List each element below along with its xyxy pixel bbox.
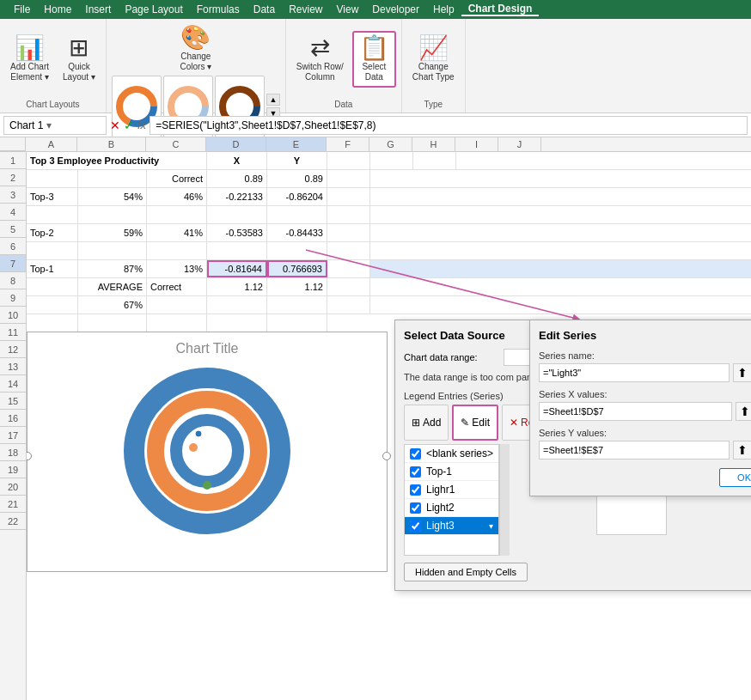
series-name-upload-btn[interactable]: ⬆	[733, 363, 751, 382]
ok-button[interactable]: OK	[719, 468, 751, 487]
cell-g1[interactable]	[370, 152, 413, 169]
series-x-upload-btn[interactable]: ⬆	[736, 402, 751, 421]
cell-a1[interactable]: Top 3 Employee Productivity	[27, 152, 207, 169]
row-header-17[interactable]: 17	[0, 427, 26, 444]
row-header-9[interactable]: 9	[0, 289, 26, 307]
row-header-4[interactable]: 4	[0, 204, 26, 221]
legend-scrollbar[interactable]	[499, 444, 510, 556]
cell-d6[interactable]	[207, 242, 267, 259]
legend-dropdown-icon[interactable]: ▾	[489, 521, 493, 531]
list-item[interactable]: Lighr1	[405, 481, 498, 499]
menu-review[interactable]: Review	[282, 3, 329, 15]
cell-b3[interactable]: 54%	[78, 188, 147, 205]
cell-d9[interactable]	[207, 296, 267, 313]
cell-e1[interactable]: Y	[267, 152, 327, 169]
col-header-e[interactable]: E	[266, 137, 327, 151]
menu-insert[interactable]: Insert	[78, 3, 118, 15]
menu-file[interactable]: File	[7, 3, 37, 15]
row-header-3[interactable]: 3	[0, 186, 26, 204]
cell-f9[interactable]	[327, 296, 370, 313]
cell-c2[interactable]: Correct	[147, 170, 207, 187]
col-header-h[interactable]: H	[412, 137, 455, 151]
series-checkbox-lighr1[interactable]	[410, 484, 421, 496]
series-name-input[interactable]	[539, 363, 730, 382]
cell-d5[interactable]: -0.53583	[207, 224, 267, 241]
menu-data[interactable]: Data	[247, 3, 282, 15]
row-header-15[interactable]: 15	[0, 393, 26, 410]
row-header-11[interactable]: 11	[0, 324, 26, 341]
cell-b8[interactable]: AVERAGE	[78, 278, 147, 295]
menu-help[interactable]: Help	[426, 3, 461, 15]
cell-f5[interactable]	[327, 224, 370, 241]
row-header-21[interactable]: 21	[0, 496, 26, 513]
cell-e5[interactable]: -0.84433	[267, 224, 327, 241]
cell-f4[interactable]	[327, 206, 370, 223]
name-box-dropdown[interactable]: ▾	[46, 119, 52, 131]
cell-e10[interactable]	[267, 314, 327, 332]
cell-d2[interactable]: 0.89	[207, 170, 267, 187]
cell-b2[interactable]	[78, 170, 147, 187]
row-header-18[interactable]: 18	[0, 444, 26, 461]
row-header-16[interactable]: 16	[0, 410, 26, 427]
cell-b7[interactable]: 87%	[78, 260, 147, 277]
series-checkbox-light2[interactable]	[410, 502, 421, 514]
name-box[interactable]: Chart 1 ▾	[3, 116, 107, 135]
cell-f3[interactable]	[327, 188, 370, 205]
formula-confirm-icon[interactable]: ✓	[124, 119, 134, 132]
row-header-5[interactable]: 5	[0, 221, 26, 238]
change-chart-type-button[interactable]: 📈 ChangeChart Type	[407, 33, 460, 86]
change-colors-button[interactable]: 🎨 ChangeColors ▾	[175, 22, 217, 76]
cell-d3[interactable]: -0.22133	[207, 188, 267, 205]
cell-b5[interactable]: 59%	[78, 224, 147, 241]
resize-handle-left[interactable]	[27, 452, 32, 460]
row-header-10[interactable]: 10	[0, 307, 26, 324]
cell-e4[interactable]	[267, 206, 327, 223]
switch-row-col-button[interactable]: ⇄ Switch Row/Column	[291, 33, 349, 86]
cell-d8[interactable]: 1.12	[207, 278, 267, 295]
series-checkbox-light3[interactable]	[410, 520, 421, 532]
cell-d10[interactable]	[207, 314, 267, 332]
add-series-button[interactable]: ⊞ Add	[404, 405, 449, 441]
cell-c5[interactable]: 41%	[147, 224, 207, 241]
cell-a9[interactable]	[27, 296, 78, 313]
col-header-f[interactable]: F	[327, 137, 369, 151]
cell-e6[interactable]	[267, 242, 327, 259]
row-header-13[interactable]: 13	[0, 358, 26, 375]
row-header-22[interactable]: 22	[0, 513, 26, 530]
row-header-20[interactable]: 20	[0, 478, 26, 496]
resize-handle-right[interactable]	[382, 452, 391, 460]
cell-e8[interactable]: 1.12	[267, 278, 327, 295]
row-header-19[interactable]: 19	[0, 461, 26, 478]
select-data-button[interactable]: 📋 SelectData	[352, 31, 396, 88]
formula-input[interactable]	[150, 116, 748, 135]
cell-a2[interactable]	[27, 170, 78, 187]
cell-b10[interactable]	[78, 314, 147, 332]
cell-a5[interactable]: Top-2	[27, 224, 78, 241]
row-header-14[interactable]: 14	[0, 375, 26, 393]
quick-layout-button[interactable]: ⊞ QuickLayout ▾	[58, 33, 101, 86]
row-header-6[interactable]: 6	[0, 238, 26, 255]
menu-formulas[interactable]: Formulas	[190, 3, 247, 15]
list-item[interactable]: <blank series>	[405, 445, 498, 463]
menu-developer[interactable]: Developer	[365, 3, 426, 15]
cell-c7[interactable]: 13%	[147, 260, 207, 277]
cell-h1[interactable]	[413, 152, 456, 169]
cell-b6[interactable]	[78, 242, 147, 259]
cell-a10[interactable]	[27, 314, 78, 332]
chart-scroll-up[interactable]: ▲	[266, 94, 280, 106]
menu-page-layout[interactable]: Page Layout	[118, 3, 189, 15]
edit-series-button[interactable]: ✎ Edit	[452, 405, 498, 441]
cell-c3[interactable]: 46%	[147, 188, 207, 205]
list-item[interactable]: Light2	[405, 499, 498, 517]
cell-e9[interactable]	[267, 296, 327, 313]
cell-f1[interactable]	[327, 152, 370, 169]
hidden-empty-cells-button[interactable]: Hidden and Empty Cells	[404, 563, 528, 581]
cell-a6[interactable]	[27, 242, 78, 259]
cell-f2[interactable]	[327, 170, 370, 187]
menu-chart-design[interactable]: Chart Design	[461, 3, 540, 16]
cell-f6[interactable]	[327, 242, 370, 259]
cell-f7[interactable]	[327, 260, 370, 277]
cell-d4[interactable]	[207, 206, 267, 223]
cell-c4[interactable]	[147, 206, 207, 223]
col-header-b[interactable]: B	[77, 137, 146, 151]
